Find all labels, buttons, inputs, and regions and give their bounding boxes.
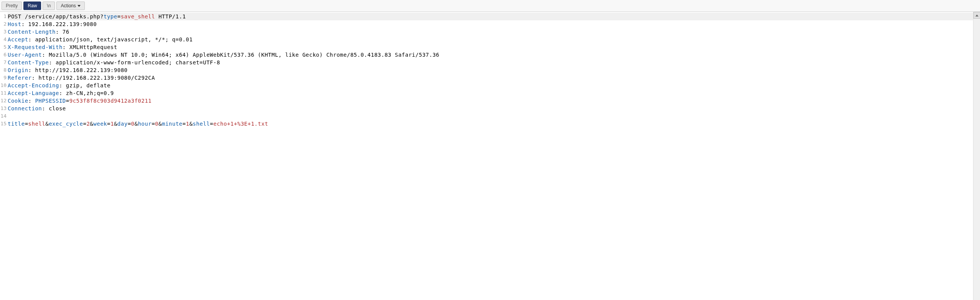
code-token: exec_cycle xyxy=(49,121,83,127)
code-token: Accept xyxy=(8,36,28,43)
line-number: 3 xyxy=(0,28,7,36)
code-token: Content-Type xyxy=(8,59,49,66)
code-token: POST /service/app/tasks.php? xyxy=(8,13,104,20)
code-line[interactable]: Connection: close xyxy=(8,105,980,112)
code-token: 0 xyxy=(131,121,135,127)
code-token: : gzip, deflate xyxy=(59,82,111,89)
code-token: Host xyxy=(8,21,21,27)
code-token: PHPSESSID xyxy=(35,98,66,104)
code-line[interactable]: Referer: http://192.168.222.139:9080/C29… xyxy=(8,74,980,82)
code-token: shell xyxy=(28,121,46,127)
code-token: & xyxy=(114,121,117,127)
code-token: echo+1+%3E+1.txt xyxy=(213,121,268,127)
code-token: : XMLHttpRequest xyxy=(63,44,117,50)
code-token: : 76 xyxy=(56,29,69,35)
line-number: 10 xyxy=(0,82,7,89)
line-number: 14 xyxy=(0,112,7,120)
code-token: Accept-Language xyxy=(8,90,59,96)
code-token: HTTP/1.1 xyxy=(155,13,186,20)
code-line[interactable]: title=shell&exec_cycle=2&week=1&day=0&ho… xyxy=(8,120,980,128)
code-token: = xyxy=(152,121,155,127)
code-token: type xyxy=(104,13,117,20)
code-token: Connection xyxy=(8,105,42,111)
code-line[interactable]: POST /service/app/tasks.php?type=save_sh… xyxy=(8,13,980,20)
code-token: : http://192.168.222.139:9080/C292CA xyxy=(32,75,155,81)
code-token: & xyxy=(45,121,49,127)
code-token: = xyxy=(117,13,121,20)
editor-container: 123456789101112131415 POST /service/app/… xyxy=(0,12,980,300)
line-number: 5 xyxy=(0,43,7,51)
code-token: : close xyxy=(42,105,66,111)
code-line[interactable]: Cookie: PHPSESSID=9c53f8f8c903d9412a3f02… xyxy=(8,97,980,105)
line-number: 1 xyxy=(0,13,7,20)
code-token: = xyxy=(128,121,131,127)
code-token: = xyxy=(25,121,28,127)
code-line[interactable]: Content-Type: application/x-www-form-url… xyxy=(8,59,980,66)
actions-button[interactable]: Actions xyxy=(56,2,84,10)
scroll-up-arrow[interactable] xyxy=(973,12,980,19)
code-token: shell xyxy=(193,121,210,127)
code-token: : xyxy=(28,98,35,104)
vertical-scrollbar[interactable] xyxy=(973,12,980,300)
code-token: minute xyxy=(162,121,183,127)
editor-wrapper: 123456789101112131415 POST /service/app/… xyxy=(0,12,980,300)
code-token: & xyxy=(90,121,93,127)
line-number: 8 xyxy=(0,66,7,74)
code-token: 0 xyxy=(155,121,158,127)
line-number: 2 xyxy=(0,20,7,28)
code-token: Origin xyxy=(8,67,28,73)
code-line[interactable]: Origin: http://192.168.222.139:9080 xyxy=(8,66,980,74)
chevron-down-icon xyxy=(78,5,81,7)
line-number: 4 xyxy=(0,36,7,43)
code-line[interactable]: User-Agent: Mozilla/5.0 (Windows NT 10.0… xyxy=(8,51,980,59)
line-number: 6 xyxy=(0,51,7,59)
tab-pretty[interactable]: Pretty xyxy=(2,2,22,10)
code-token: save_shell xyxy=(121,13,155,20)
code-token: day xyxy=(117,121,128,127)
line-number-gutter: 123456789101112131415 xyxy=(0,12,8,300)
code-token: 9c53f8f8c903d9412a3f0211 xyxy=(69,98,152,104)
code-token: = xyxy=(107,121,111,127)
arrow-up-icon xyxy=(975,15,978,16)
code-token: User-Agent xyxy=(8,52,42,58)
code-token: : application/json, text/javascript, */*… xyxy=(28,36,193,43)
code-line[interactable]: Accept-Encoding: gzip, deflate xyxy=(8,82,980,89)
code-token: : 192.168.222.139:9080 xyxy=(21,21,97,27)
line-number: 15 xyxy=(0,120,7,128)
code-token: 1 xyxy=(111,121,114,127)
code-token: Content-Length xyxy=(8,29,56,35)
code-token: : Mozilla/5.0 (Windows NT 10.0; Win64; x… xyxy=(42,52,439,58)
code-token: Referer xyxy=(8,75,32,81)
code-token: title xyxy=(8,121,25,127)
code-token: Accept-Encoding xyxy=(8,82,59,89)
toolbar: Pretty Raw \n Actions xyxy=(0,0,980,12)
line-number: 7 xyxy=(0,59,7,66)
code-token: : application/x-www-form-urlencoded; cha… xyxy=(49,59,220,66)
code-line[interactable]: Host: 192.168.222.139:9080 xyxy=(8,20,980,28)
code-token: Cookie xyxy=(8,98,28,104)
code-token: : http://192.168.222.139:9080 xyxy=(28,67,128,73)
line-number: 12 xyxy=(0,97,7,105)
tab-raw[interactable]: Raw xyxy=(23,2,41,10)
code-token: week xyxy=(93,121,107,127)
code-area[interactable]: POST /service/app/tasks.php?type=save_sh… xyxy=(8,12,980,300)
code-token: & xyxy=(158,121,162,127)
line-number: 11 xyxy=(0,89,7,97)
code-line[interactable]: Accept-Language: zh-CN,zh;q=0.9 xyxy=(8,89,980,97)
code-line[interactable] xyxy=(8,112,980,120)
code-line[interactable]: Content-Length: 76 xyxy=(8,28,980,36)
actions-label: Actions xyxy=(61,3,76,8)
code-token: = xyxy=(66,98,69,104)
line-number: 13 xyxy=(0,105,7,112)
line-number: 9 xyxy=(0,74,7,82)
code-line[interactable]: Accept: application/json, text/javascrip… xyxy=(8,36,980,43)
code-token: X-Requested-With xyxy=(8,44,63,50)
code-line[interactable]: X-Requested-With: XMLHttpRequest xyxy=(8,43,980,51)
code-token: : zh-CN,zh;q=0.9 xyxy=(59,90,114,96)
code-token: = xyxy=(210,121,213,127)
code-token: hour xyxy=(138,121,152,127)
tab-newline[interactable]: \n xyxy=(43,2,55,10)
